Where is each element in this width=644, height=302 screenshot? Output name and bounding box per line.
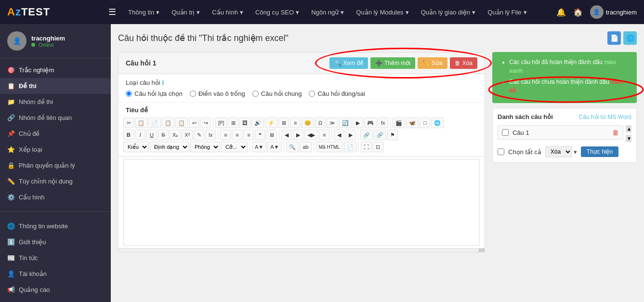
- tb-format-select[interactable]: Định dạng: [150, 142, 189, 152]
- page-icon-book[interactable]: 📄: [607, 31, 621, 45]
- bell-icon[interactable]: 🔔: [556, 8, 566, 17]
- tb-rtl[interactable]: ▶: [345, 130, 356, 140]
- sua-button[interactable]: ✏️ Sửa: [418, 57, 447, 69]
- tb-omega[interactable]: Ω: [315, 118, 326, 128]
- sidebar-item-gioi-thieu[interactable]: ℹ️ Giới thiệu: [0, 234, 111, 250]
- select-all-checkbox[interactable]: [498, 148, 504, 155]
- tb-align-center[interactable]: ▶: [293, 130, 303, 140]
- tb-paste2[interactable]: 📋: [162, 118, 174, 128]
- sidebar-item-phan-quyen[interactable]: 🔒 Phân quyền quản lý: [0, 158, 111, 173]
- sidebar-item-tuy-chinh[interactable]: ✏️ Tùy chỉnh nội dung: [0, 173, 111, 189]
- nav-ngon-ngu[interactable]: Ngôn ngữ ▾: [306, 6, 349, 18]
- tb-bold[interactable]: B: [123, 130, 134, 140]
- sidebar-item-tai-khoan[interactable]: 👤 Tài khoản: [0, 266, 111, 282]
- tb-clear-format[interactable]: Ix: [205, 130, 216, 140]
- editor-content-area[interactable]: [123, 159, 480, 246]
- scroll-down-button[interactable]: ▼: [626, 135, 631, 142]
- tb-minimize[interactable]: □: [420, 118, 430, 128]
- them-moi-button[interactable]: ➕ Thêm mới: [370, 57, 415, 69]
- tb-style-select[interactable]: Kiểu: [123, 142, 149, 152]
- tb-globe[interactable]: 🌐: [431, 118, 444, 128]
- tb-table[interactable]: ⊞: [278, 118, 289, 128]
- tb-undo[interactable]: ↩: [189, 118, 199, 128]
- sidebar-item-xep-loai[interactable]: ⭐ Xếp loại: [0, 142, 111, 158]
- radio-dien-vao[interactable]: Điền vào ô trống: [190, 90, 245, 97]
- radio-chung[interactable]: Câu hỏi chung: [252, 90, 302, 97]
- tb-grid[interactable]: ⊞: [228, 118, 238, 128]
- sidebar-item-nhom-de-thi[interactable]: 📁 Nhóm đề thi: [0, 94, 111, 110]
- tb-blockquote[interactable]: ❝: [255, 130, 265, 140]
- delete-question-1-button[interactable]: 🗑: [612, 129, 619, 136]
- tb-search[interactable]: 🔍: [286, 142, 299, 152]
- tb-fullscreen[interactable]: ⛶: [361, 142, 372, 152]
- scroll-up-button[interactable]: ▲: [626, 125, 631, 132]
- nav-quan-ly-giao-dien[interactable]: Quản lý giao diện ▾: [416, 6, 481, 18]
- sidebar-item-chu-de[interactable]: 📌 Chủ đề: [0, 126, 111, 142]
- tb-size-select[interactable]: Cỡ...: [221, 142, 248, 152]
- nav-quan-ly-modules[interactable]: Quản lý Modules ▾: [351, 6, 413, 18]
- tb-emoji[interactable]: 😊: [302, 118, 314, 128]
- tb-superscript[interactable]: X²: [182, 130, 193, 140]
- tb-flash[interactable]: ⚡: [265, 118, 277, 128]
- tb-image[interactable]: 🖼: [239, 118, 250, 128]
- tb-spellcheck[interactable]: ab: [300, 142, 311, 152]
- sidebar-item-thong-tin-website[interactable]: 🌐 Thông tin website: [0, 218, 111, 234]
- tb-fx[interactable]: fx: [378, 118, 388, 128]
- tb-subscript[interactable]: X₂: [170, 130, 181, 140]
- tb-align-justify[interactable]: ≡: [319, 130, 329, 140]
- tb-preview[interactable]: ⊡: [373, 142, 383, 152]
- tb-align-left[interactable]: ◀: [281, 130, 292, 140]
- tb-ltr[interactable]: ◀: [334, 130, 344, 140]
- tb-font-color[interactable]: A▼: [252, 142, 266, 152]
- tb-align-right[interactable]: ◀▶: [304, 130, 318, 140]
- tb-game[interactable]: 🎮: [364, 118, 377, 128]
- sidebar-item-menu-site[interactable]: ☰ Menu Site: [0, 298, 111, 302]
- tb-strike[interactable]: S: [158, 130, 169, 140]
- tb-redo[interactable]: ↪: [200, 118, 211, 128]
- tb-unlink[interactable]: 🔗: [374, 130, 386, 140]
- tb-italic[interactable]: I: [135, 130, 145, 140]
- scrollbar-thumb[interactable]: [479, 249, 485, 252]
- sidebar-item-quang-cao[interactable]: 📢 Quảng cáo: [0, 282, 111, 298]
- sidebar-item-trac-nghiem[interactable]: 🎯 Trắc nghiệm: [0, 62, 111, 78]
- tb-pen[interactable]: ✎: [194, 130, 204, 140]
- nav-thong-tin[interactable]: Thông tin ▾: [123, 6, 164, 18]
- tb-font-select[interactable]: Phông: [190, 142, 220, 152]
- tb-outdent[interactable]: ≡: [243, 130, 254, 140]
- question-checkbox-1[interactable]: [502, 129, 509, 136]
- tb-ol[interactable]: ≡: [220, 130, 231, 140]
- tb-paste3[interactable]: 📋: [175, 118, 188, 128]
- tb-butterfly[interactable]: 🦋: [406, 118, 419, 128]
- tb-video[interactable]: ▶: [353, 118, 363, 128]
- action-select[interactable]: Xóa: [545, 146, 572, 158]
- tb-film[interactable]: 🎬: [393, 118, 405, 128]
- user-menu[interactable]: 👤 tracnghiem: [590, 5, 637, 19]
- tb-bg-color[interactable]: A▼: [267, 142, 282, 152]
- nav-quan-ly-file[interactable]: Quản lý File ▾: [483, 6, 531, 18]
- tb-source[interactable]: 📄: [344, 142, 356, 152]
- tb-p[interactable]: [P]: [215, 118, 227, 128]
- ms-word-link[interactable]: Câu hỏi từ MS Word: [579, 114, 631, 120]
- xem-de-button[interactable]: 🔍 Xem đề: [329, 57, 368, 69]
- nav-quan-tri[interactable]: Quản trị ▾: [167, 6, 205, 18]
- tb-audio[interactable]: 🔊: [251, 118, 264, 128]
- home-icon[interactable]: 🏠: [573, 8, 583, 17]
- tb-cut[interactable]: ✂: [123, 118, 134, 128]
- tb-mã-html[interactable]: Mã HTML: [316, 142, 343, 152]
- sidebar-item-de-thi[interactable]: 📋 Đề thi: [0, 78, 111, 94]
- page-icon-globe[interactable]: 🌐: [623, 31, 637, 45]
- tb-indent[interactable]: ≫: [327, 118, 338, 128]
- hamburger-button[interactable]: ☰: [108, 7, 116, 17]
- tb-flag[interactable]: ⚑: [387, 130, 398, 140]
- tb-cycle[interactable]: 🔄: [339, 118, 352, 128]
- tb-link[interactable]: 🔗: [360, 130, 373, 140]
- tb-ul[interactable]: ≡: [232, 130, 242, 140]
- radio-lua-chon[interactable]: Câu hỏi lựa chọn: [126, 90, 183, 97]
- nav-cau-hinh[interactable]: Cấu hình ▾: [207, 6, 248, 18]
- tb-underline[interactable]: U: [146, 130, 157, 140]
- sidebar-item-cau-hinh[interactable]: ⚙️ Cấu hình: [0, 189, 111, 205]
- tb-div[interactable]: ⊞: [266, 130, 277, 140]
- nav-cong-cu-seo[interactable]: Công cụ SEO ▾: [250, 6, 304, 18]
- sidebar-item-nhom-de-lien-quan[interactable]: 🔗 Nhóm đề liên quan: [0, 110, 111, 126]
- sidebar-item-tin-tuc[interactable]: 📰 Tin tức: [0, 250, 111, 266]
